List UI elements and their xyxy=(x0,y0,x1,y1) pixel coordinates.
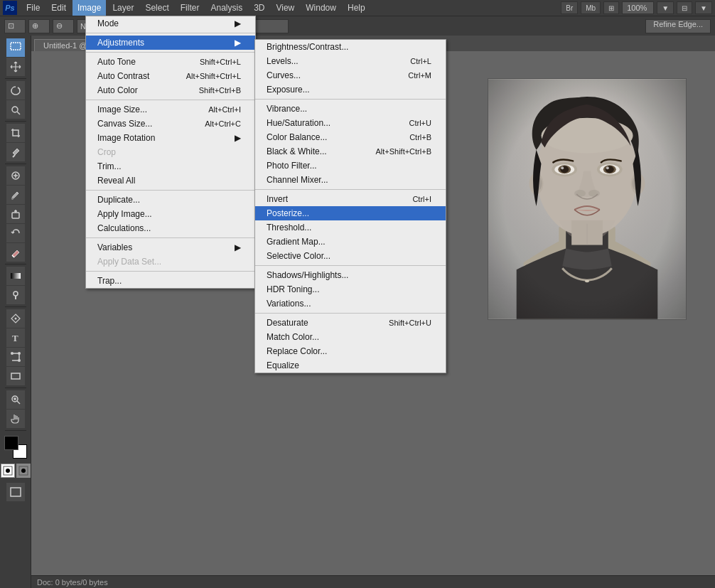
menu-edit[interactable]: Edit xyxy=(46,0,71,16)
tool-text[interactable]: T xyxy=(6,328,25,347)
tool-separator-6 xyxy=(5,387,26,388)
menu-item-canvas-size[interactable]: Canvas Size... Alt+Ctrl+C xyxy=(86,117,255,131)
fg-bg-colors[interactable] xyxy=(4,436,27,459)
menu-item-vibrance[interactable]: Vibrance... xyxy=(255,102,446,116)
menu-item-curves[interactable]: Curves... Ctrl+M xyxy=(255,68,446,82)
tool-eyedropper[interactable] xyxy=(6,143,25,161)
extras-button[interactable]: ▼ xyxy=(695,1,712,14)
menu-view[interactable]: View xyxy=(271,0,299,16)
menu-item-crop[interactable]: Crop xyxy=(86,145,255,159)
arrow-icon: ▶ xyxy=(235,242,241,252)
menu-item-levels[interactable]: Levels... Ctrl+L xyxy=(255,54,446,68)
tool-hand[interactable] xyxy=(6,410,25,428)
tool-shape[interactable] xyxy=(6,367,25,385)
tool-move[interactable] xyxy=(6,58,25,76)
foreground-color[interactable] xyxy=(4,436,18,450)
bridge-button[interactable]: Br xyxy=(561,1,578,14)
menu-item-variations[interactable]: Variations... xyxy=(255,296,446,311)
menu-item-apply-data-set[interactable]: Apply Data Set... xyxy=(86,255,255,269)
menu-item-image-rotation[interactable]: Image Rotation ▶ xyxy=(86,131,255,145)
shortcut-label: Ctrl+B xyxy=(395,133,431,141)
menu-item-trap[interactable]: Trap... xyxy=(86,274,255,288)
selection-sub-btn[interactable]: ⊖ xyxy=(53,19,74,33)
menu-item-auto-contrast[interactable]: Auto Contrast Alt+Shift+Ctrl+L xyxy=(86,69,255,83)
menu-item-apply-image[interactable]: Apply Image... xyxy=(86,207,255,221)
menu-item-reveal-all[interactable]: Reveal All xyxy=(86,173,255,188)
menu-analysis[interactable]: Analysis xyxy=(205,0,247,16)
menu-item-invert[interactable]: Invert Ctrl+I xyxy=(255,192,446,206)
menu-item-image-size[interactable]: Image Size... Alt+Ctrl+I xyxy=(86,102,255,117)
quick-mask-btn[interactable] xyxy=(16,464,31,478)
mini-bridge-button[interactable]: Mb xyxy=(581,1,601,14)
menu-item-duplicate[interactable]: Duplicate... xyxy=(86,193,255,207)
shortcut-label: Alt+Shift+Ctrl+B xyxy=(361,147,431,156)
tool-selection[interactable] xyxy=(6,38,25,57)
tool-gradient[interactable] xyxy=(6,267,25,285)
adjustments-submenu: Brightness/Contrast... Levels... Ctrl+L … xyxy=(254,39,446,373)
tool-clone-stamp[interactable] xyxy=(6,205,25,223)
menu-filter[interactable]: Filter xyxy=(176,0,205,16)
svg-point-24 xyxy=(6,469,10,473)
menu-item-exposure[interactable]: Exposure... xyxy=(255,82,446,97)
standard-mode-btn[interactable] xyxy=(1,464,15,478)
screen-mode-btn[interactable] xyxy=(6,483,25,501)
menu-item-shadows-highlights[interactable]: Shadows/Highlights... xyxy=(255,268,446,282)
menu-item-desaturate[interactable]: Desaturate Shift+Ctrl+U xyxy=(255,316,446,330)
menu-item-match-color[interactable]: Match Color... xyxy=(255,330,446,344)
menu-layer[interactable]: Layer xyxy=(107,0,139,16)
menu-item-gradient-map[interactable]: Gradient Map... xyxy=(255,235,446,249)
menu-3d[interactable]: 3D xyxy=(249,0,269,16)
selection-add-btn[interactable]: ⊕ xyxy=(28,19,50,33)
menu-item-threshold[interactable]: Threshold... xyxy=(255,220,446,235)
menu-item-trim[interactable]: Trim... xyxy=(86,159,255,173)
menu-item-posterize[interactable]: Posterize... xyxy=(255,206,446,220)
menu-item-photo-filter[interactable]: Photo Filter... xyxy=(255,159,446,173)
tool-eraser[interactable] xyxy=(6,243,25,262)
tool-path-selection[interactable] xyxy=(6,348,25,366)
menu-item-mode[interactable]: Mode ▶ xyxy=(86,16,255,31)
photo-container xyxy=(488,78,687,320)
menu-item-replace-color[interactable]: Replace Color... xyxy=(255,344,446,358)
tool-history-brush[interactable] xyxy=(6,224,25,242)
arrow-icon: ▶ xyxy=(235,38,241,48)
menu-bar: Ps File Edit Image Layer Select Filter A… xyxy=(0,0,715,16)
tool-lasso[interactable] xyxy=(6,81,25,100)
arrow-icon: ▶ xyxy=(235,133,241,143)
layout-button[interactable]: ⊟ xyxy=(677,1,692,14)
workspace-button[interactable]: ⊞ xyxy=(603,1,619,14)
menu-item-hue-saturation[interactable]: Hue/Saturation... Ctrl+U xyxy=(255,116,446,130)
menu-window[interactable]: Window xyxy=(301,0,341,16)
menu-select[interactable]: Select xyxy=(140,0,173,16)
menu-item-selective-color[interactable]: Selective Color... xyxy=(255,249,446,263)
menu-item-hdr-toning[interactable]: HDR Toning... xyxy=(255,282,446,296)
menu-item-channel-mixer[interactable]: Channel Mixer... xyxy=(255,173,446,187)
menu-item-auto-tone[interactable]: Auto Tone Shift+Ctrl+L xyxy=(86,55,255,69)
tool-crop[interactable] xyxy=(6,124,25,142)
svg-point-17 xyxy=(18,359,21,362)
menu-file[interactable]: File xyxy=(21,0,45,16)
tool-spot-heal[interactable] xyxy=(6,166,25,185)
menu-item-equalize[interactable]: Equalize xyxy=(255,358,446,373)
menu-item-variables[interactable]: Variables ▶ xyxy=(86,240,255,255)
menu-image[interactable]: Image xyxy=(72,0,106,16)
shortcut-label: Ctrl+I xyxy=(398,195,431,203)
menu-item-adjustments[interactable]: Adjustments ▶ xyxy=(86,36,255,50)
menu-item-black-white[interactable]: Black & White... Alt+Shift+Ctrl+B xyxy=(255,144,446,159)
tool-quick-select[interactable] xyxy=(6,100,25,119)
status-bar: Doc: 0 bytes/0 bytes xyxy=(31,575,715,588)
svg-line-3 xyxy=(13,155,15,157)
menu-item-auto-color[interactable]: Auto Color Shift+Ctrl+B xyxy=(86,83,255,97)
menu-item-brightness-contrast[interactable]: Brightness/Contrast... xyxy=(255,40,446,54)
shortcut-label: Alt+Ctrl+C xyxy=(190,119,241,128)
menu-item-color-balance[interactable]: Color Balance... Ctrl+B xyxy=(255,130,446,144)
separator xyxy=(86,190,255,191)
selection-mode-btn[interactable]: ⊡ xyxy=(4,19,26,33)
tool-zoom[interactable] xyxy=(6,390,25,409)
tool-dodge[interactable] xyxy=(6,286,25,304)
tool-pen[interactable] xyxy=(6,309,25,328)
menu-item-calculations[interactable]: Calculations... xyxy=(86,221,255,235)
menu-help[interactable]: Help xyxy=(343,0,370,16)
tool-brush[interactable] xyxy=(6,186,25,204)
refine-edge-button[interactable]: Refine Edge... xyxy=(645,19,711,33)
zoom-menu-button[interactable]: ▼ xyxy=(657,1,674,14)
